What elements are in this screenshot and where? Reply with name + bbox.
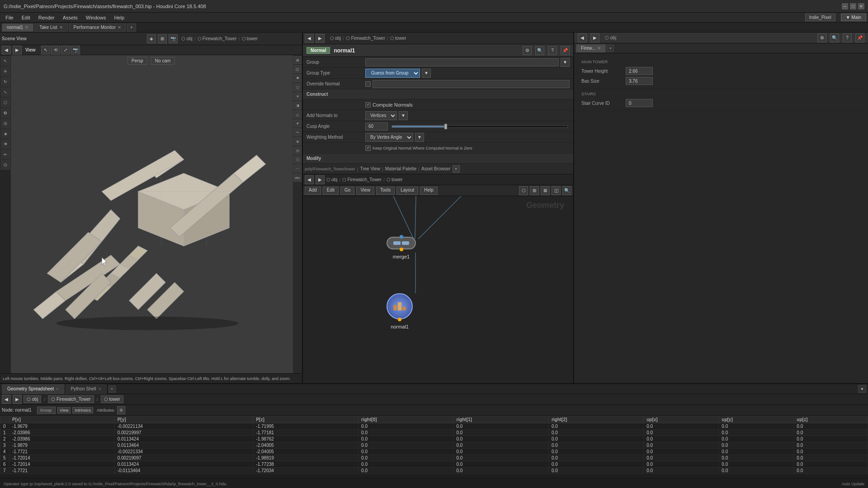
scale-mode[interactable]: ⤢ <box>61 46 70 55</box>
tab-normal1-close[interactable]: ✕ <box>25 25 28 30</box>
net-tool4[interactable]: ◫ <box>552 186 561 195</box>
pivot-tool[interactable]: ◎ <box>0 118 10 128</box>
snap-tool[interactable]: ◈ <box>0 129 10 139</box>
normal1-node[interactable]: normal1 <box>387 293 413 329</box>
asset-add-tab[interactable]: + <box>607 45 614 52</box>
spreadsheet-table[interactable]: P[x] P[y] P[z] right[0] right[1] right[2… <box>0 416 868 478</box>
paint-tool[interactable]: ✏ <box>0 150 10 160</box>
no-cam-btn[interactable]: No cam <box>151 57 175 65</box>
asset-help[interactable]: ? <box>843 33 852 42</box>
net-menu-layout[interactable]: Layout <box>396 187 418 195</box>
asset-tab-close[interactable]: ✕ <box>597 46 601 51</box>
col-py[interactable]: P[y] <box>114 416 253 423</box>
particles-icon[interactable]: ✦ <box>293 119 302 127</box>
pose-tool[interactable]: ✿ <box>0 108 10 118</box>
breadcrumb-obj[interactable]: ⬡ obj <box>181 36 192 41</box>
handle-tool[interactable]: ⬡ <box>0 98 10 108</box>
toolbar-grid[interactable]: ⊞ <box>158 34 167 43</box>
net-tool2[interactable]: ⊞ <box>530 186 539 195</box>
compute-normals-checkbox[interactable]: ✓ <box>365 102 371 108</box>
override-normal-input[interactable] <box>373 80 570 88</box>
view-back[interactable]: ◀ <box>2 46 11 55</box>
handles-icon[interactable]: ⬡ <box>293 155 302 164</box>
move-tool[interactable]: ✛ <box>0 66 10 76</box>
asset-tab-firewatch[interactable]: Firew... ✕ <box>576 44 606 52</box>
view-fwd[interactable]: ▶ <box>13 46 22 55</box>
menu-windows[interactable]: Windows <box>82 14 110 21</box>
menu-render[interactable]: Render <box>35 14 58 21</box>
perspective-btn[interactable]: Persp <box>127 57 147 65</box>
menu-help[interactable]: Help <box>110 14 128 21</box>
net-menu-tools[interactable]: Tools <box>376 187 395 195</box>
tab-take-list-close[interactable]: ✕ <box>59 25 63 30</box>
net-menu-help[interactable]: Help <box>420 187 438 195</box>
main-tab[interactable]: ▼ Main <box>841 14 866 21</box>
spread-view-btn[interactable]: View <box>57 407 71 413</box>
menu-file[interactable]: File <box>2 14 17 21</box>
spread-back[interactable]: ◀ <box>2 395 11 404</box>
render-region[interactable]: ◫ <box>293 65 302 73</box>
close-button[interactable]: ✕ <box>858 3 864 9</box>
col-index[interactable] <box>0 416 9 423</box>
breadcrumb-asset[interactable]: ⬡ Firewatch_Tower <box>198 36 237 41</box>
net-menu-view[interactable]: View <box>356 187 374 195</box>
merge1-node[interactable]: merge1 <box>387 237 416 259</box>
abc-icon[interactable]: abc <box>293 174 302 182</box>
geometry-icon[interactable]: △ <box>293 110 302 118</box>
spread-settings[interactable]: ⚙ <box>117 406 125 414</box>
net-search[interactable]: 🔍 <box>562 186 571 195</box>
group-type-dropdown[interactable]: Guess from Group <box>365 69 420 78</box>
maximize-button[interactable]: □ <box>850 3 856 9</box>
toolbar-snap[interactable]: ◈ <box>147 34 156 43</box>
toolbar-camera[interactable]: 📷 <box>169 34 178 43</box>
asset-search[interactable]: 🔍 <box>830 33 839 42</box>
net-asset-browser[interactable]: Asset Browser <box>421 166 450 171</box>
add-bottom-tab[interactable]: + <box>108 385 116 393</box>
tab-take-list[interactable]: Take List ✕ <box>34 23 67 32</box>
shading-icon[interactable]: ◑ <box>293 101 302 109</box>
prop-back[interactable]: ◀ <box>305 34 314 43</box>
spread-intrinsics-btn[interactable]: Intrinsics <box>72 407 93 413</box>
add-panel-button[interactable]: + <box>127 23 136 32</box>
asset-pin[interactable]: 📌 <box>855 33 864 42</box>
help-icon[interactable]: ? <box>548 46 557 55</box>
net-tree-view[interactable]: Tree View <box>360 166 380 171</box>
prop-fwd[interactable]: ▶ <box>316 34 325 43</box>
col-right0[interactable]: right[0] <box>359 416 453 423</box>
stair-curve-input[interactable] <box>626 99 653 107</box>
menu-assets[interactable]: Assets <box>59 14 81 21</box>
tab-perf-close[interactable]: ✕ <box>118 25 121 30</box>
net-node[interactable]: ⬡ tower <box>387 177 402 182</box>
keep-original-checkbox[interactable]: ✓ <box>365 145 371 151</box>
net-back[interactable]: ◀ <box>305 175 314 184</box>
weighting-method-btn[interactable]: ▼ <box>415 133 424 142</box>
workspace-label[interactable]: Indie_Pixel <box>805 14 835 21</box>
col-right1[interactable]: right[1] <box>453 416 548 423</box>
group-input[interactable] <box>365 58 559 66</box>
3d-viewport[interactable]: ↖ ✛ ↻ ⤡ ⬡ ✿ ◎ ◈ 👁 ✏ ⌬ <box>0 55 302 373</box>
misc-icon[interactable]: ⋯ <box>293 164 302 173</box>
snap-icon[interactable]: ◎ <box>293 146 302 155</box>
add-normals-btn[interactable]: ▼ <box>399 111 408 120</box>
net-menu-edit[interactable]: Edit <box>323 187 339 195</box>
asset-fwd[interactable]: ▶ <box>590 33 599 42</box>
net-add-tab[interactable]: + <box>453 165 460 173</box>
prop-asset[interactable]: ⬡ Firewatch_Tower <box>346 36 385 41</box>
geometry-spreadsheet-close[interactable]: ✕ <box>56 387 59 391</box>
tower-height-input[interactable] <box>626 67 653 75</box>
view-tool[interactable]: 👁 <box>0 139 10 149</box>
vis-flag[interactable]: ⚑ <box>293 74 302 82</box>
sculpt-tool[interactable]: ⌬ <box>0 160 10 170</box>
col-pz[interactable]: P[z] <box>253 416 359 423</box>
spread-fwd[interactable]: ▶ <box>13 395 22 404</box>
minimize-button[interactable]: ─ <box>842 3 848 9</box>
net-fwd[interactable]: ▶ <box>316 175 325 184</box>
group-expand[interactable]: ▼ <box>561 58 570 67</box>
net-tool3[interactable]: ⊠ <box>541 186 550 195</box>
pin-icon[interactable]: 📌 <box>561 46 570 55</box>
rotate-tool[interactable]: ↻ <box>0 77 10 87</box>
network-editor[interactable]: Geometry <box>303 196 573 383</box>
tab-performance-monitor[interactable]: Performance Monitor ✕ <box>69 23 126 32</box>
cusp-angle-slider[interactable] <box>392 125 568 128</box>
guides-icon[interactable]: ⊕ <box>293 137 302 145</box>
